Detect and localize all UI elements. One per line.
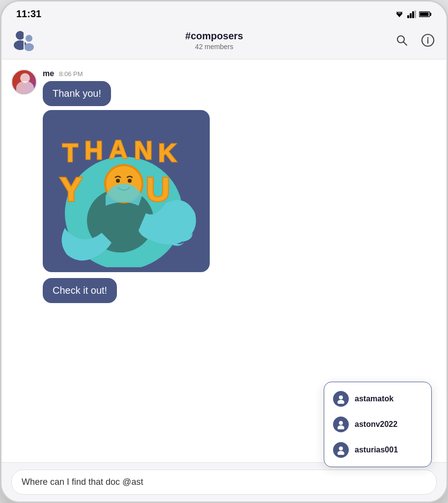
channel-name: #composers — [35, 30, 393, 42]
svg-rect-7 — [430, 13, 431, 16]
svg-text:H: H — [84, 136, 103, 165]
thank-you-sticker: T H A N K Y — [48, 115, 205, 267]
svg-point-34 — [337, 425, 344, 429]
svg-point-33 — [339, 421, 343, 425]
member-count: 42 members — [35, 43, 393, 51]
svg-rect-3 — [410, 13, 412, 18]
svg-text:K: K — [158, 139, 177, 167]
user-avatar — [11, 69, 37, 95]
group-avatar-icon — [11, 28, 37, 52]
autocomplete-item-2[interactable]: astonv2022 — [324, 412, 431, 437]
svg-rect-5 — [415, 10, 416, 18]
status-icons — [394, 10, 432, 18]
svg-text:U: U — [146, 170, 170, 208]
sticker-bubble: T H A N K Y — [43, 110, 210, 272]
person-icon-1 — [336, 394, 346, 404]
wifi-icon — [394, 10, 404, 18]
svg-rect-4 — [412, 11, 414, 18]
battery-icon — [419, 11, 432, 18]
svg-point-28 — [116, 179, 120, 183]
svg-text:A: A — [109, 135, 128, 164]
svg-text:T: T — [62, 139, 78, 167]
svg-text:Y: Y — [60, 170, 82, 208]
message-time: 8:06 PM — [59, 70, 83, 78]
svg-point-31 — [339, 395, 343, 399]
status-time: 11:31 — [16, 8, 41, 20]
message-sender: me — [43, 69, 54, 78]
message-bubble-1: Thank you! — [43, 81, 111, 106]
info-icon — [421, 33, 435, 47]
phone-frame: 11:31 — [0, 0, 448, 503]
svg-line-15 — [404, 42, 407, 46]
autocomplete-dropdown: astamatok astonv2022 — [324, 382, 432, 467]
svg-point-29 — [128, 179, 132, 183]
svg-point-35 — [339, 447, 343, 450]
ac-username-2: astonv2022 — [355, 420, 397, 429]
autocomplete-item-1[interactable]: astamatok — [324, 386, 431, 412]
avatar-image — [12, 70, 36, 94]
person-icon-2 — [336, 419, 346, 429]
ac-avatar-1 — [333, 391, 349, 407]
svg-text:N: N — [134, 136, 153, 165]
status-bar: 11:31 — [1, 1, 447, 24]
svg-point-9 — [16, 31, 25, 40]
autocomplete-item-3[interactable]: asturias001 — [324, 437, 431, 463]
svg-point-18 — [427, 37, 429, 39]
message-group: me 8:06 PM Thank you! — [11, 69, 437, 307]
ac-avatar-2 — [333, 417, 349, 432]
message-input[interactable] — [11, 470, 437, 495]
header: #composers 42 members — [1, 24, 447, 59]
svg-point-36 — [337, 451, 344, 455]
ac-username-3: asturias001 — [355, 446, 398, 454]
message-header: me 8:06 PM — [43, 69, 437, 78]
signal-icon — [407, 10, 416, 18]
person-icon-3 — [336, 445, 346, 455]
svg-point-12 — [24, 43, 34, 51]
messages-column: me 8:06 PM Thank you! — [43, 69, 437, 307]
input-area: astamatok astonv2022 — [1, 462, 447, 502]
ac-avatar-3 — [333, 442, 349, 458]
search-icon — [395, 34, 408, 47]
message-bubble-2: Check it out! — [43, 278, 117, 303]
svg-rect-8 — [420, 12, 429, 16]
search-button[interactable] — [393, 32, 410, 49]
header-actions — [393, 31, 437, 49]
header-center: #composers 42 members — [35, 30, 393, 51]
channel-avatar-group — [11, 28, 35, 52]
ac-username-1: astamatok — [355, 394, 393, 403]
svg-point-11 — [26, 35, 32, 42]
svg-rect-2 — [407, 15, 409, 18]
svg-point-32 — [337, 400, 344, 404]
info-button[interactable] — [419, 31, 437, 49]
